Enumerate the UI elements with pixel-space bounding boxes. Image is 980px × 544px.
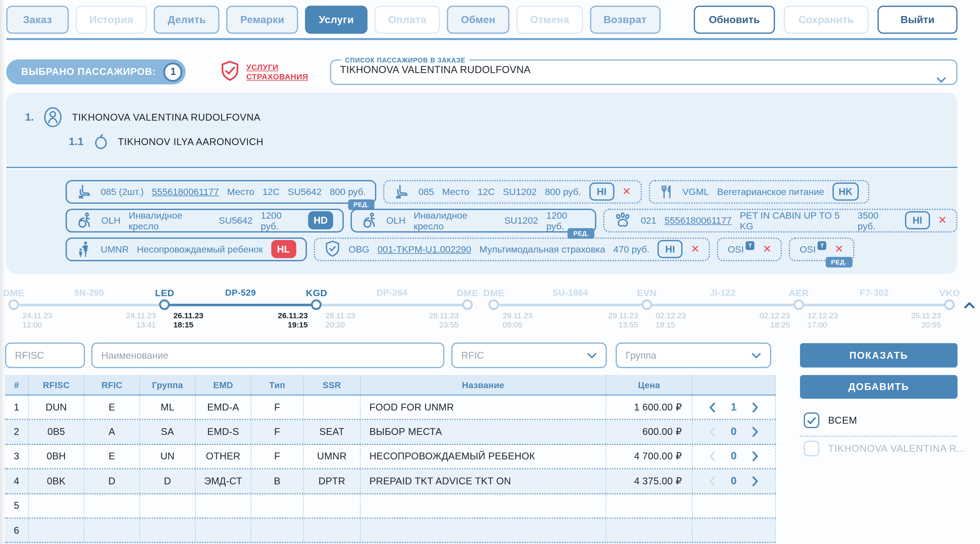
table-cell: OTHER [196, 445, 251, 468]
timeline-node[interactable] [641, 299, 652, 310]
toolbar-tab-3[interactable]: Делить [154, 6, 220, 33]
table-cell [196, 494, 251, 517]
insurance-services-link[interactable]: УСЛУГИ СТРАХОВАНИЯ [220, 60, 308, 85]
chip-text: Место [442, 186, 469, 197]
timeline-node[interactable] [8, 299, 19, 310]
service-chip[interactable]: OLHИнвалидное креслоSU56421200 руб.HD [66, 208, 344, 232]
remove-icon[interactable]: ✕ [622, 185, 631, 198]
table-cell [196, 519, 251, 542]
toolbar-tab-4[interactable]: Ремарки [226, 6, 298, 33]
wheelchair-icon [361, 212, 378, 229]
status-badge: HI [589, 182, 614, 200]
selected-passengers-count: 1 [164, 62, 183, 82]
timeline: 5N-295DP-529DP-264SU-1864JI-122F7-302DME… [0, 281, 980, 339]
toolbar-action-3[interactable]: Выйти [878, 6, 958, 33]
table-cell: DUN [29, 396, 84, 419]
toolbar-action-1[interactable]: Обновить [694, 6, 775, 33]
checkbox-checked-icon [803, 413, 819, 428]
remove-icon[interactable]: ✕ [835, 243, 843, 256]
rfisc-input[interactable] [5, 342, 85, 368]
service-chip[interactable]: 085 (2шт.)5556180061177Место12CSU5642800… [66, 180, 377, 204]
chip-text: 800 руб. [330, 186, 366, 197]
column-header [692, 375, 776, 394]
table-cell [304, 396, 361, 419]
column-header: SSR [304, 375, 361, 394]
decrease-qty-icon[interactable] [709, 426, 716, 437]
timeline-node[interactable] [311, 299, 322, 310]
chip-text: 12C [262, 186, 279, 197]
table-cell: FOOD FOR UNMR [361, 396, 606, 419]
passenger-checkbox: TIKHONOVA VALENTINA R... [803, 441, 966, 456]
show-button[interactable]: ПОКАЗАТЬ [800, 343, 958, 367]
qty-cell: 1 [692, 396, 776, 419]
name-input[interactable] [91, 342, 444, 368]
service-chip[interactable]: UMNRНесопровождаемый ребенокHL [66, 237, 307, 261]
service-chip[interactable]: OSIT✕РЕД. [789, 237, 854, 261]
chip-text: 3500 руб. [858, 210, 897, 231]
arrival-datetime: 24.11.2313:41 [126, 311, 156, 329]
decrease-qty-icon[interactable] [709, 402, 716, 413]
decrease-qty-icon[interactable] [709, 476, 716, 487]
remove-icon[interactable]: ✕ [938, 214, 947, 227]
all-checkbox-label: ВСЕМ [828, 415, 857, 426]
toolbar-tab-1[interactable]: Заказ [6, 6, 69, 33]
service-chip[interactable]: 0215556180061177PET IN CABIN UP TO 5 KG3… [603, 208, 958, 232]
group-select[interactable]: Группа [616, 342, 772, 368]
decrease-qty-icon[interactable] [709, 451, 716, 462]
service-chip[interactable]: OBG001-TKPM-U1.002290Мультимодальная стр… [313, 237, 710, 261]
timeline-node[interactable] [488, 299, 499, 310]
timeline-node[interactable] [462, 299, 473, 310]
service-chip[interactable]: 085Место12CSU1202800 руб.HI✕ [383, 180, 642, 204]
seat-icon [76, 183, 92, 200]
rfic-select[interactable]: RFIC [451, 342, 607, 368]
status-badge: HI [657, 240, 682, 258]
arrival-datetime: 28.11.2323:55 [429, 311, 459, 329]
table-cell: 3 [5, 445, 29, 468]
document-link[interactable]: 001-TKPM-U1.002290 [377, 243, 471, 254]
timeline-node[interactable] [794, 299, 804, 310]
service-chip[interactable]: OSIT✕ [717, 237, 783, 261]
add-button[interactable]: ДОБАВИТЬ [800, 375, 958, 399]
service-chip[interactable]: VGMLВегетарианское питаниеHK [649, 180, 869, 204]
toolbar-tab-9[interactable]: Возврат [590, 6, 660, 33]
table-cell: DPTR [304, 469, 361, 493]
passenger-select-value: TIKHONOVA VALENTINA RUDOLFOVNA [340, 64, 948, 76]
arrival-datetime: 29.11.2313:55 [608, 311, 638, 329]
qty-value: 0 [731, 426, 737, 438]
chip-text: Вегетарианское питание [717, 186, 824, 197]
passenger-row-infant[interactable]: 1.1 TIKHONOV ILYA AARONOVICH [69, 133, 264, 151]
column-header: RFIC [84, 375, 140, 394]
column-header: EMD [196, 375, 251, 394]
chip-text: 1200 руб. [546, 210, 586, 231]
table-row: 1DUNEMLEMD-AFFOOD FOR UNMR1 600.00 ₽1 [5, 396, 776, 420]
all-checkbox[interactable]: ВСЕМ [803, 413, 857, 428]
shield-check-icon [220, 60, 240, 85]
chip-row-1: 085 (2шт.)5556180061177Место12CSU5642800… [66, 180, 958, 204]
timeline-node[interactable] [159, 299, 170, 310]
chip-text: OLH [386, 215, 406, 226]
passenger-select[interactable]: СПИСОК ПАССАЖИРОВ В ЗАКАЗЕ TIKHONOVA VAL… [330, 56, 958, 85]
chip-text: 800 руб. [545, 186, 581, 197]
timeline-segment [164, 304, 317, 306]
passenger-row-adult[interactable]: 1. TIKHONOVA VALENTINA RUDOLFOVNA [25, 106, 261, 128]
ticketed-badge: T [746, 241, 754, 250]
increase-qty-icon[interactable] [752, 402, 759, 413]
chip-text: Инвалидное кресло [414, 210, 496, 231]
table-cell [304, 494, 361, 517]
table-cell [84, 519, 140, 542]
table-cell: E [84, 396, 140, 419]
document-link[interactable]: 5556180061177 [152, 186, 219, 197]
service-chip[interactable]: OLHИнвалидное креслоSU12021200 руб.РЕД. [351, 208, 596, 232]
chip-row-3: UMNRНесопровождаемый ребенокHLOBG001-TKP… [66, 237, 958, 261]
increase-qty-icon[interactable] [752, 476, 759, 487]
increase-qty-icon[interactable] [752, 426, 759, 437]
remove-icon[interactable]: ✕ [763, 243, 772, 256]
timeline-node[interactable] [944, 299, 955, 310]
increase-qty-icon[interactable] [752, 451, 759, 462]
toolbar-tab-7[interactable]: Обмен [447, 6, 509, 33]
chip-text: Мультимодальная страховка [479, 243, 605, 254]
chevron-up-icon[interactable] [964, 300, 975, 312]
remove-icon[interactable]: ✕ [690, 243, 700, 256]
toolbar-tab-5[interactable]: Услуги [305, 6, 368, 33]
document-link[interactable]: 5556180061177 [665, 215, 732, 226]
